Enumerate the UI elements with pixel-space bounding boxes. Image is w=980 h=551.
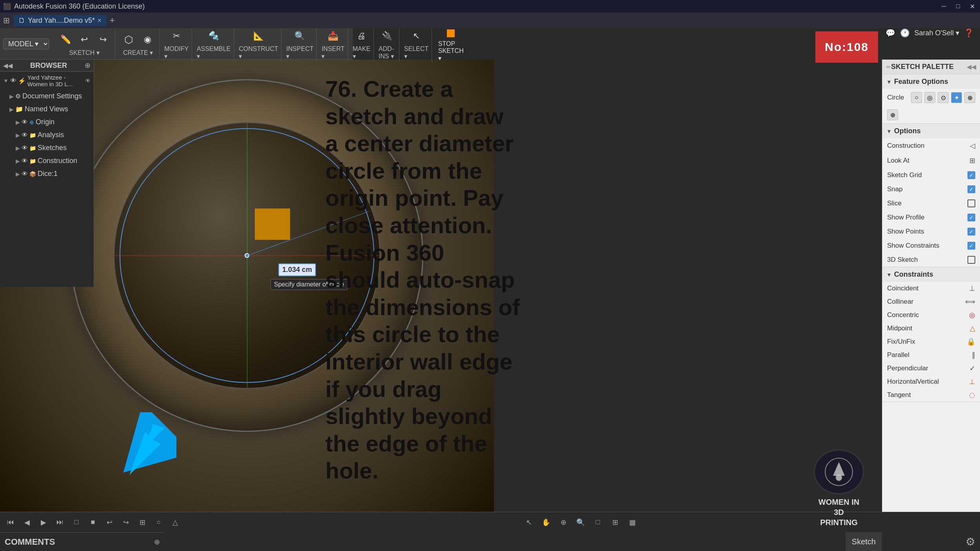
browser-item-construction[interactable]: ▶ 👁 📁 Construction: [0, 154, 94, 167]
select-label-btn[interactable]: SELECT ▾: [404, 45, 428, 60]
construct-tool[interactable]: 📐: [250, 27, 267, 45]
palette-collapse-icon[interactable]: ◀◀: [967, 63, 976, 71]
model-dropdown[interactable]: MODEL ▾: [3, 38, 49, 49]
move-icon[interactable]: ✋: [539, 515, 554, 530]
look-at-icon[interactable]: ⊞: [969, 156, 975, 165]
undo-button[interactable]: ↩: [76, 31, 93, 48]
window-controls[interactable]: ─ □ ✕: [939, 2, 977, 11]
show-profile-checkbox[interactable]: ✓: [967, 214, 975, 221]
model-dropdown-group[interactable]: MODEL ▾: [3, 38, 49, 49]
assemble-tool[interactable]: 🔩: [205, 27, 222, 45]
stop-button[interactable]: □: [69, 515, 84, 530]
circle-icon-1[interactable]: ○: [911, 92, 922, 103]
settings-icon[interactable]: ⚙: [965, 535, 975, 548]
minimize-button[interactable]: ─: [939, 2, 949, 11]
create-label-btn[interactable]: CREATE ▾: [123, 49, 153, 56]
dimension-input[interactable]: 1.034 cm: [278, 263, 316, 276]
circle-tool-btn[interactable]: ○: [151, 515, 166, 530]
grid-view-button[interactable]: ⊞: [135, 515, 150, 530]
concentric-row[interactable]: Concentric ◎: [882, 308, 980, 322]
look-at-row[interactable]: Look At ⊞: [882, 153, 980, 168]
maximize-button[interactable]: □: [953, 2, 963, 11]
play-last-button[interactable]: ⏭: [53, 515, 67, 530]
horizontal-vertical-row[interactable]: HorizontalVertical ⊥: [882, 375, 980, 388]
show-profile-row[interactable]: Show Profile ✓: [882, 210, 980, 225]
3d-sketch-checkbox[interactable]: [967, 256, 975, 264]
make-tool[interactable]: 🖨: [353, 27, 370, 45]
make-label-btn[interactable]: MAKE ▾: [353, 45, 370, 60]
sketch-tool-1[interactable]: ✏️: [57, 31, 74, 48]
record-button[interactable]: ■: [85, 515, 100, 530]
slice-checkbox[interactable]: [967, 199, 975, 207]
comments-expand-button[interactable]: ⊕: [154, 538, 160, 546]
assemble-label-btn[interactable]: ASSEMBLE ▾: [197, 45, 230, 60]
play-next-button[interactable]: ▶: [36, 515, 51, 530]
perpendicular-row[interactable]: Perpendicular ✓: [882, 362, 980, 375]
browser-item-dice[interactable]: ▶ 👁 📦 Dice:1: [0, 167, 94, 180]
3d-sketch-row[interactable]: 3D Sketch: [882, 253, 980, 267]
view-cube-icon[interactable]: ⊞: [608, 515, 622, 530]
browser-item-analysis[interactable]: ▶ 👁 📁 Analysis: [0, 129, 94, 141]
help-icon[interactable]: ❓: [964, 28, 974, 38]
feature-options-header[interactable]: ▼ Feature Options: [882, 74, 980, 89]
browser-expand-icon[interactable]: ⊕: [85, 61, 91, 70]
user-menu[interactable]: Sarah O'Sell ▾: [915, 29, 960, 37]
play-prev-button[interactable]: ◀: [20, 515, 34, 530]
browser-item-named-views[interactable]: ▶ 📁 Named Views: [0, 103, 94, 116]
chat-icon[interactable]: 💬: [886, 28, 895, 38]
snap-checkbox[interactable]: ✓: [967, 185, 975, 193]
browser-item-origin[interactable]: ▶ 👁 ⊕ Origin: [0, 116, 94, 129]
slice-row[interactable]: Slice: [882, 196, 980, 210]
select-tool[interactable]: ↖: [408, 27, 425, 45]
construction-option-row[interactable]: Construction ◁: [882, 138, 980, 153]
eye-icon-0[interactable]: 👁: [85, 78, 91, 84]
addins-label-btn[interactable]: ADD-INS ▾: [379, 45, 396, 60]
show-constraints-row[interactable]: Show Constraints ✓: [882, 239, 980, 253]
triangle-tool-btn[interactable]: △: [168, 515, 183, 530]
browser-root-item[interactable]: ▼ 👁 ⚡ Yard Yahtzee - Women in 3D L... 👁: [0, 72, 94, 90]
close-button[interactable]: ✕: [967, 2, 977, 11]
active-tab[interactable]: 🗋 Yard Yah....Demo v5* ✕: [14, 15, 107, 26]
browser-item-doc-settings[interactable]: ▶ ⚙ Document Settings: [0, 90, 94, 103]
circle-icon-3[interactable]: ⊙: [938, 92, 949, 103]
circle-icon-2[interactable]: ◎: [924, 92, 935, 103]
pan-icon[interactable]: ⊕: [556, 515, 571, 530]
sketch-label-btn[interactable]: SKETCH ▾: [69, 49, 99, 56]
app-grid-icon[interactable]: ⊞: [3, 16, 10, 25]
coincident-row[interactable]: Coincident ⊥: [882, 282, 980, 295]
inspect-label-btn[interactable]: INSPECT ▾: [286, 45, 313, 60]
extra-circle-row[interactable]: ⊕: [882, 106, 980, 123]
play-first-button[interactable]: ⏮: [3, 515, 18, 530]
display-icon[interactable]: ▦: [625, 515, 640, 530]
inspect-tool[interactable]: 🔍: [291, 27, 309, 45]
redo-button[interactable]: ↪: [94, 31, 112, 48]
stop-sketch-button[interactable]: ⏹ STOP SKETCH ▾: [434, 24, 468, 64]
sketch-grid-row[interactable]: Sketch Grid ✓: [882, 168, 980, 182]
modify-tool-1[interactable]: ✂: [168, 27, 185, 45]
browser-item-sketches[interactable]: ▶ 👁 📁 Sketches: [0, 141, 94, 154]
collinear-row[interactable]: Collinear ⟺: [882, 295, 980, 308]
tab-close-icon[interactable]: ✕: [97, 17, 102, 24]
history-icon[interactable]: 🕐: [900, 28, 910, 38]
parallel-row[interactable]: Parallel ∥: [882, 348, 980, 362]
zoom-icon[interactable]: 🔍: [573, 515, 588, 530]
addins-tool[interactable]: 🔌: [379, 27, 396, 45]
navigation-cube[interactable]: No:108: [815, 31, 878, 63]
tangent-row[interactable]: Tangent ◌: [882, 388, 980, 402]
snap-row[interactable]: Snap ✓: [882, 182, 980, 196]
constraints-section-header[interactable]: ▼ Constraints: [882, 267, 980, 282]
create-tool-1[interactable]: ⬡: [120, 31, 137, 48]
modify-label-btn[interactable]: MODIFY ▾: [164, 45, 189, 60]
show-points-row[interactable]: Show Points ✓: [882, 225, 980, 239]
new-tab-button[interactable]: +: [110, 15, 115, 25]
circle-icon-5[interactable]: ⊕: [964, 92, 975, 103]
insert-label-btn[interactable]: INSERT ▾: [321, 45, 344, 60]
insert-tool[interactable]: 📥: [324, 27, 341, 45]
construct-label-btn[interactable]: CONSTRUCT ▾: [239, 45, 278, 60]
options-section-header[interactable]: ▼ Options: [882, 124, 980, 138]
step-back-button[interactable]: ↩: [102, 515, 117, 530]
show-points-checkbox[interactable]: ✓: [967, 228, 975, 236]
create-tool-2[interactable]: ◉: [139, 31, 156, 48]
midpoint-row[interactable]: Midpoint △: [882, 322, 980, 335]
show-constraints-checkbox[interactable]: ✓: [967, 242, 975, 250]
